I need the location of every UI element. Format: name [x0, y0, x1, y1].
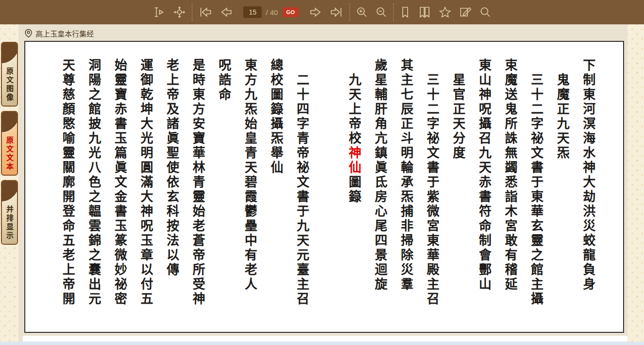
- breadcrumb: 高上玉皇本行集经: [24, 27, 94, 39]
- tab-original-image[interactable]: 原文图像: [1, 42, 18, 107]
- text-columns: 天尊慈顏愍喻靈關廓開登命五老上帝開洞陽之館披九光八色之韞雲錦之囊出元始靈寶赤書玉…: [54, 58, 601, 331]
- bottom-edge: [0, 342, 644, 345]
- text-column: 三十二字祕文書于紫微宮東華殿主召: [419, 58, 445, 316]
- text-column: 九天上帝校神仙圖籙: [340, 58, 367, 316]
- text-column: 老上帝及諸眞聖使依玄科按法以傳: [159, 58, 185, 331]
- location-pin-icon: [24, 29, 33, 38]
- last-page-icon[interactable]: [330, 4, 343, 20]
- text-column: 束魔送鬼所誅無蠲悉詣木宮敢有稽延: [497, 58, 523, 331]
- tab-label: 原文文本: [2, 134, 17, 173]
- text-column: 星官正天分度: [445, 58, 471, 316]
- go-button[interactable]: GO: [283, 7, 298, 17]
- tab-side-by-side[interactable]: 并排显示: [1, 180, 18, 245]
- zoom-out-icon[interactable]: [376, 4, 387, 20]
- text-column: 總校圖籙攝炁舉仙: [263, 58, 289, 331]
- text-column: 是時東方安寶華林青靈始老蒼帝所受神: [184, 58, 211, 331]
- text-column: 三十二字祕文書于東華玄靈之館主攝: [523, 58, 549, 316]
- text-column: 東方九炁始皇青天碧霞鬱壘中有老人: [236, 58, 263, 331]
- text-column: 其主七辰正斗明輪承炁捕非掃除災羣: [393, 58, 419, 331]
- text-column: 呪誥命: [211, 58, 237, 331]
- search-icon[interactable]: [480, 4, 491, 20]
- tab-label: 原文图像: [2, 65, 17, 104]
- breadcrumb-title: 高上玉皇本行集经: [36, 28, 94, 38]
- first-page-icon[interactable]: [198, 4, 212, 20]
- page-input[interactable]: [243, 6, 262, 18]
- favorite-star-icon[interactable]: [439, 4, 451, 20]
- select-tool-icon[interactable]: [153, 4, 165, 20]
- tab-label: 并排显示: [2, 203, 17, 242]
- page-total: / 40: [266, 8, 278, 17]
- prev-page-icon[interactable]: [220, 4, 233, 20]
- tab-original-text[interactable]: 原文文本: [1, 111, 18, 176]
- empty-column: [315, 58, 341, 331]
- contents-icon[interactable]: [418, 4, 431, 20]
- text-column: 下制東河溟海水神大劫洪災蛟龍負身: [575, 58, 601, 331]
- text-column: 洞陽之館披九光八色之韞雲錦之囊出元: [80, 58, 107, 331]
- next-page-icon[interactable]: [309, 4, 322, 20]
- annotate-icon[interactable]: [459, 4, 472, 20]
- zoom-in-icon[interactable]: [356, 4, 368, 20]
- text-column: 二十四字青帝祕文書于九天元臺主召: [288, 58, 315, 316]
- text-column: 運御乾坤大光明圓滿大神呪玉章以付五: [132, 58, 159, 331]
- text-column: 鬼魔正九天炁: [549, 58, 575, 316]
- text-column: 歲星輔肝角亢鎮眞氐房心尾四景迴旋: [367, 58, 393, 331]
- toolbar-separator: [192, 3, 193, 21]
- document-page: 天尊慈顏愍喻靈關廓開登命五老上帝開洞陽之館披九光八色之韞雲錦之囊出元始靈寶赤書玉…: [24, 41, 624, 333]
- text-column: 天尊慈顏愍喻靈關廓開登命五老上帝開: [54, 58, 81, 331]
- toolbar: / 40 GO: [0, 0, 644, 24]
- toolbar-separator: [393, 3, 394, 21]
- pan-tool-icon[interactable]: [173, 4, 186, 20]
- toolbar-separator: [349, 3, 350, 21]
- text-column: 東山神呪攝召九天赤書符命制會酆山: [471, 58, 497, 331]
- text-column: 始靈寶赤書玉篇眞文金書玉篆微妙祕密: [107, 58, 133, 331]
- bookmark-icon[interactable]: [400, 4, 411, 20]
